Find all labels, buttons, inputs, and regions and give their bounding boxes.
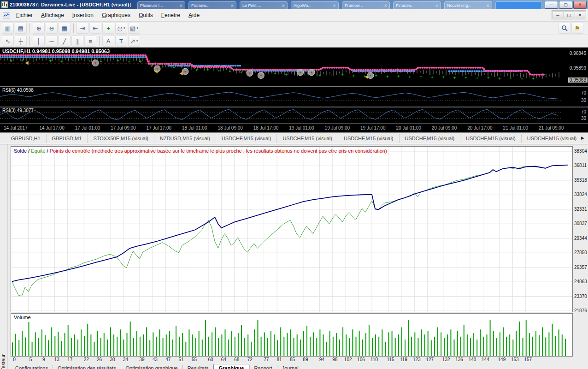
tab-close-icon[interactable]: ✕ [282,4,285,8]
vertical-line-icon: │ [37,38,41,44]
rsi6-indicator-pane[interactable]: RSI(6) 40.0598 7030 [0,87,588,107]
menu-fenetre[interactable]: Fenetre [157,10,184,20]
chart-tab[interactable]: USDCHF,M15 (visual) [460,134,522,143]
horizontal-line-button[interactable]: ─ [46,36,58,47]
child-restore-button[interactable]: ▢ [564,11,574,19]
tab-close-icon[interactable]: ✕ [230,4,234,8]
price-chart-pane[interactable]: USDCHF,H1 0.94981 0.95098 0.94981 0.9506… [0,48,588,86]
x-axis-label: 144 [482,357,489,362]
volume-pane[interactable]: Volume [11,313,573,357]
chart-tab[interactable]: USDCHF,M15 (visual) [400,134,461,143]
toolbar-separator [29,36,30,46]
zoom-in-button[interactable]: ⊕ [33,23,45,34]
fibonacci-button[interactable]: ≡ [84,36,96,47]
chart-bars-button[interactable]: ▥ [2,23,14,34]
indicators-button[interactable]: ▦ [59,23,71,34]
tester-graph-canvas[interactable] [11,147,572,312]
tab-close-icon[interactable]: ✕ [333,4,336,8]
background-browser-tab[interactable] [495,1,541,9]
tab-close-icon[interactable]: ✕ [486,4,489,8]
menu-graphiques[interactable]: Graphiques [98,10,135,20]
background-browser-tab[interactable]: Finanzw...✕ [393,1,441,9]
time-axis-label: 19 Jul 09:00 [325,125,350,131]
child-minimize-button[interactable]: ─ [553,11,563,19]
background-browser-tab[interactable]: AlgoWo...✕ [291,1,339,9]
toolbar-right-buttons: ⚑ [559,23,586,34]
tester-tab-optimisation-des-r-sultats[interactable]: Optimisation des résultats [53,364,121,369]
maximize-button[interactable]: ▢ [559,1,572,9]
tester-tab-optimisation-graphique[interactable]: Optimisation graphique [121,364,182,369]
menu-aide[interactable]: Aide [184,10,204,20]
tester-tab-journal[interactable]: Journal [277,364,303,369]
chart-tab[interactable]: NZDUSD,M15 (visual) [154,134,216,143]
price-scale[interactable]: 0.968450.958990.95063 [561,48,588,86]
tester-y-axis: 3830436811353183382432331308372934427850… [573,144,588,369]
time-axis-label: 19 Jul 01:00 [289,125,314,131]
rsi6-scale[interactable]: 7030 [561,87,588,107]
templates-button[interactable]: ▧▾ [128,23,140,34]
flag-button[interactable]: ⚑ [571,23,583,34]
periods-button[interactable]: ◷▾ [115,23,127,34]
chart-tab[interactable]: USDCHF,M15 (visual) [338,134,400,143]
time-axis-label: 17 Jul 01:00 [75,125,100,131]
child-close-button[interactable]: ✕ [575,11,585,19]
time-axis-label: 14 Jul 2017 [4,125,28,131]
chart-tab[interactable]: GBPUSD,H1 [6,134,47,143]
close-button[interactable]: ✕ [573,1,587,9]
cursor-button[interactable]: ↖ [2,36,14,47]
crosshair-button[interactable]: ┼ [15,36,27,47]
toolbar-separator [99,36,100,46]
menu-insertion[interactable]: Insertion [68,10,98,20]
rsi6-canvas[interactable] [0,87,561,107]
auto-scroll-button[interactable]: ⇥ [76,23,88,34]
channel-button[interactable]: ∥ [71,36,83,47]
background-browser-tab[interactable]: Framew...✕ [342,1,390,9]
volume-canvas[interactable] [11,314,572,356]
legend-note: Points de contrôle (méthode tres approxi… [50,148,387,154]
tester-tab-configurations[interactable]: Configurations [11,364,53,369]
chart-tab[interactable]: STOXX50E,M15 (visual) [88,134,154,143]
tester-tab-graphique[interactable]: Graphique [213,364,249,369]
x-axis-label: 55 [192,357,197,362]
window-title: 2100036787: Darwinex-Live - [USDCHF,H1 (… [10,2,131,7]
tester-tab-rapport[interactable]: Rapport [250,364,277,369]
titlebar[interactable]: 2100036787: Darwinex-Live - [USDCHF,H1 (… [0,0,588,9]
chart-candles-button[interactable]: ▤ [15,23,27,34]
arrows-button[interactable]: ↗▾ [128,36,140,47]
tab-close-icon[interactable]: ✕ [435,4,438,8]
menu-items: FichierAffichageInsertionGraphiquesOutil… [12,10,204,20]
background-browser-tab[interactable]: Framew...✕ [188,1,236,9]
tester-graph[interactable]: Solde / Equité / Points de contrôle (mét… [11,146,573,312]
tab-close-icon[interactable]: ✕ [384,4,387,8]
menu-fichier[interactable]: Fichier [12,10,37,20]
rsi3-indicator-pane[interactable]: RSI(3) 49.3077 7030 [0,107,588,123]
chart-tab[interactable]: USDCHF,M15 (visual) [522,134,583,143]
vertical-line-button[interactable]: │ [33,36,45,47]
tab-close-icon[interactable]: ✕ [179,4,182,8]
background-browser-tab[interactable]: Nouvel ong...✕ [444,1,492,9]
chart-area[interactable]: USDCHF,H1 0.94981 0.95098 0.94981 0.9506… [0,48,588,132]
zoom-out-button[interactable]: ⊖ [46,23,58,34]
chart-tab[interactable]: USDCHF,M15 (visual) [216,134,277,143]
minimize-button[interactable]: ─ [545,1,558,9]
menu-outils[interactable]: Outils [135,10,157,20]
menu-affichage[interactable]: Affichage [37,10,68,20]
search-button[interactable] [559,23,570,34]
rsi3-canvas[interactable] [0,107,561,123]
background-browser-tab[interactable]: Le Petit ...✕ [240,1,288,9]
rsi3-scale[interactable]: 7030 [561,107,588,123]
background-browser-tab[interactable]: Plusieurs f...✕ [137,1,185,9]
x-axis-label: 39 [139,357,144,362]
tester-tab-resultats[interactable]: Resultats [183,364,213,369]
trendline-button[interactable]: ╱ [59,36,71,47]
tester-panel-label: Testeur [0,354,6,369]
chart-tab[interactable]: USDCHF,M15 (visual) [277,134,338,143]
new-order-button[interactable]: + [102,23,114,34]
chart-shift-button[interactable]: ⇤ [89,23,101,34]
label-button[interactable]: T [115,36,127,47]
time-axis[interactable]: 14 Jul 201714 Jul 17:0017 Jul 01:0017 Ju… [0,123,588,133]
chart-tabs-scroll-right-button[interactable]: ▶ [580,136,586,140]
chart-tab[interactable]: GBPUSD,M1 [47,134,88,143]
child-window-controls: ─▢✕ [552,10,586,20]
text-button[interactable]: A [102,36,114,47]
